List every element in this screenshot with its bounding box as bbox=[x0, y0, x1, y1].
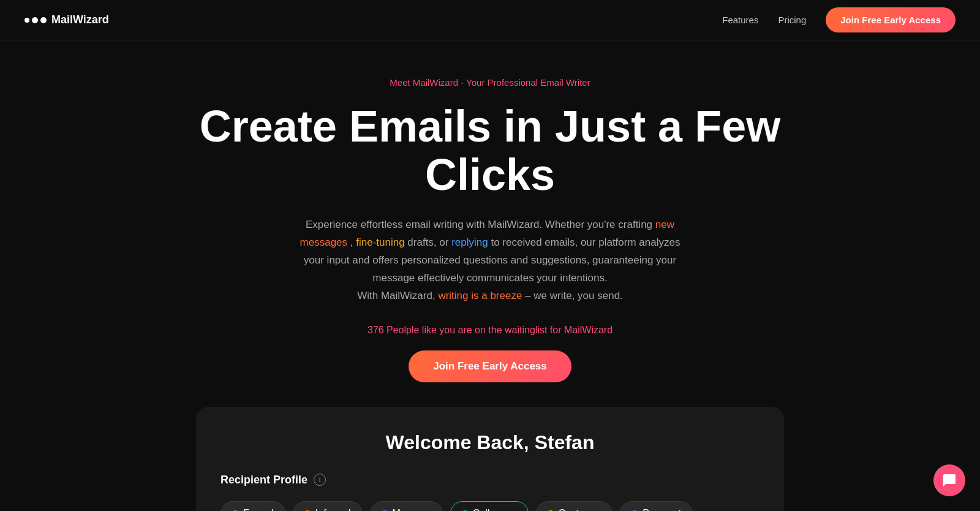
tag-prospect[interactable]: Prospect bbox=[620, 501, 693, 511]
tag-customer[interactable]: Customer bbox=[536, 501, 612, 511]
logo: MailWizard bbox=[24, 13, 109, 26]
tag-colleague-label: Colleague bbox=[473, 508, 517, 511]
hero-description: Experience effortless email writing with… bbox=[294, 216, 686, 305]
recipient-profile-info-icon[interactable]: i bbox=[314, 474, 326, 486]
tag-manager-label: Manager bbox=[393, 508, 431, 511]
hero-join-button[interactable]: Join Free Early Access bbox=[409, 350, 571, 382]
app-card: Welcome Back, Stefan Recipient Profile i… bbox=[196, 407, 784, 511]
chat-bubble-button[interactable] bbox=[933, 464, 965, 496]
hero-desc-intro: Experience effortless email writing with… bbox=[306, 219, 655, 230]
logo-text: MailWizard bbox=[51, 13, 109, 26]
tag-informal[interactable]: Informal bbox=[293, 501, 363, 511]
logo-dot-2 bbox=[32, 17, 38, 23]
tag-formal-label: Formal bbox=[243, 508, 274, 511]
recipient-profile-header: Recipient Profile i bbox=[221, 474, 760, 486]
navbar: MailWizard Features Pricing Join Free Ea… bbox=[0, 0, 980, 40]
logo-dot-1 bbox=[24, 18, 29, 23]
logo-dot-3 bbox=[40, 17, 47, 23]
tag-formal[interactable]: Formal bbox=[221, 501, 285, 511]
tag-colleague[interactable]: Colleague bbox=[450, 501, 529, 511]
profile-tags: Formal Informal Manager Colleague Custom… bbox=[221, 501, 760, 511]
recipient-profile-label: Recipient Profile bbox=[221, 474, 307, 486]
chat-icon bbox=[942, 473, 957, 488]
hero-highlight-replying: replying bbox=[451, 237, 488, 248]
hero-title: Create Emails in Just a Few Clicks bbox=[184, 102, 796, 199]
waitlist-text: 376 Peolple like you are on the waitingl… bbox=[368, 325, 612, 336]
nav-features-link[interactable]: Features bbox=[722, 15, 758, 25]
logo-icon bbox=[24, 17, 47, 23]
hero-subtitle: Meet MailWizard - Your Professional Emai… bbox=[390, 77, 590, 88]
hero-desc-end: – we write, you send. bbox=[525, 290, 623, 301]
hero-desc-with: With MailWizard, bbox=[357, 290, 438, 301]
nav-links: Features Pricing Join Free Early Access bbox=[722, 7, 956, 32]
tag-manager[interactable]: Manager bbox=[370, 501, 443, 511]
tag-prospect-label: Prospect bbox=[643, 508, 681, 511]
nav-pricing-link[interactable]: Pricing bbox=[778, 15, 806, 25]
tag-informal-label: Informal bbox=[315, 508, 351, 511]
tag-customer-label: Customer bbox=[559, 508, 601, 511]
hero-highlight-fine-tuning: fine-tuning bbox=[356, 237, 404, 248]
app-card-welcome: Welcome Back, Stefan bbox=[221, 431, 760, 454]
nav-join-button[interactable]: Join Free Early Access bbox=[826, 7, 956, 32]
hero-desc-comma1: , bbox=[350, 237, 356, 248]
hero-section: Meet MailWizard - Your Professional Emai… bbox=[0, 40, 980, 511]
hero-highlight-breeze: writing is a breeze bbox=[438, 290, 522, 301]
hero-desc-mid: drafts, or bbox=[407, 237, 451, 248]
